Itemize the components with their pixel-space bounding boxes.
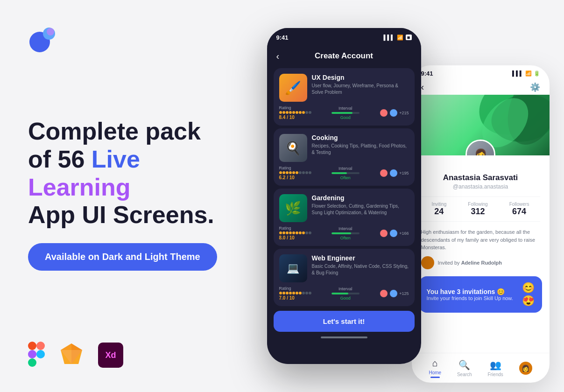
svg-rect-6 bbox=[28, 358, 36, 367]
search-label: Search bbox=[457, 372, 472, 377]
svg-rect-3 bbox=[28, 342, 36, 350]
phones-container: 9:41 ▌▌▌ 📶 ■ ‹ Create Account 🖌️ bbox=[252, 0, 564, 392]
rating-label-cooking: Rating bbox=[279, 166, 311, 170]
tool-logos: Xd bbox=[28, 342, 224, 369]
ux-thumbnail: 🖌️ bbox=[279, 74, 307, 102]
bottom-nav: ⌂ Home 🔍 Search 👥 Friends 👩 bbox=[412, 353, 550, 383]
stat-inviting: Inviting 24 bbox=[432, 202, 447, 217]
profile-info: Anastasia Sarasvati @anastasia.anastasia bbox=[412, 173, 550, 190]
nav-home[interactable]: ⌂ Home bbox=[429, 358, 441, 378]
interval-label-web: Interval bbox=[338, 287, 352, 291]
rating-value-ux: 8.4 / 10 bbox=[279, 115, 311, 120]
gardening-course-name: Gardening bbox=[312, 194, 409, 202]
dark-status-icons: ▌▌▌ 📶 ■ bbox=[383, 35, 411, 41]
light-status-time: 9:41 bbox=[421, 70, 433, 77]
inviter-avatar bbox=[421, 256, 434, 269]
left-panel: Complete pack of 56 Live Learning App UI… bbox=[0, 0, 252, 392]
invitation-bubble[interactable]: You have 3 invitations 😊 Invite your fri… bbox=[419, 276, 542, 313]
cooking-course-name: Cooking bbox=[312, 134, 409, 141]
ux-course-desc: User flow, Journey, Wireframe, Persona &… bbox=[312, 83, 409, 96]
dark-phone-wrap: 9:41 ▌▌▌ 📶 ■ ‹ Create Account 🖌️ bbox=[267, 0, 421, 364]
nav-avatar[interactable]: 👩 bbox=[519, 362, 532, 375]
invite-emoji-1: 😊 bbox=[522, 282, 535, 294]
stat-followers: Followers 674 bbox=[509, 202, 529, 217]
interval-label-cooking: Interval bbox=[338, 166, 352, 171]
stat-following: Following 312 bbox=[468, 202, 487, 217]
stars-cooking bbox=[279, 171, 311, 174]
headline-part3: App UI Screens. bbox=[28, 201, 214, 228]
invite-subtitle: Invite your friends to join Skill Up now… bbox=[427, 295, 513, 301]
avatars-gardening: +166 bbox=[380, 229, 409, 238]
invite-emojis: 😊 😍 bbox=[522, 282, 535, 307]
dark-phone: 9:41 ▌▌▌ 📶 ■ ‹ Create Account 🖌️ bbox=[267, 28, 421, 364]
svg-point-7 bbox=[36, 350, 45, 358]
invite-emoji-2: 😍 bbox=[522, 295, 535, 307]
inviting-label: Inviting bbox=[432, 202, 447, 207]
following-label: Following bbox=[468, 202, 487, 207]
battery-icon: ■ bbox=[406, 35, 412, 40]
light-phone-wrap: 9:41 ▌▌▌ 📶 🔋 ‹ ⚙️ bbox=[412, 28, 550, 383]
hero-text: Complete pack of 56 Live Learning App UI… bbox=[28, 118, 224, 271]
light-settings-icon[interactable]: ⚙️ bbox=[530, 82, 540, 92]
interval-bar-ux bbox=[331, 112, 360, 114]
course-card-cooking[interactable]: 🍳 Cooking Recipes, Cooking Tips, Plattin… bbox=[274, 128, 415, 186]
home-indicator-dark bbox=[321, 336, 367, 338]
search-icon: 🔍 bbox=[458, 359, 470, 371]
friends-icon: 👥 bbox=[490, 359, 501, 371]
mini-avatar-2 bbox=[389, 109, 398, 117]
count-gardening: +166 bbox=[399, 231, 409, 236]
interval-label-gardening: Interval bbox=[338, 226, 352, 231]
light-phone: 9:41 ▌▌▌ 📶 🔋 ‹ ⚙️ bbox=[412, 65, 550, 383]
lets-start-label: Let's start it! bbox=[323, 317, 365, 325]
stars-gardening bbox=[279, 231, 311, 234]
headline-part2: of 56 bbox=[28, 146, 92, 173]
interval-bar-cooking bbox=[331, 172, 360, 174]
course-card-web[interactable]: 💻 Web Engineer Basic Code, Affinity, Nat… bbox=[274, 249, 415, 306]
interval-status-web: Good bbox=[340, 296, 351, 301]
home-label: Home bbox=[429, 370, 441, 375]
wifi-icon: 📶 bbox=[397, 35, 403, 41]
lets-start-button[interactable]: Let's start it! bbox=[274, 311, 415, 332]
headline-blue: Live bbox=[92, 146, 140, 173]
home-icon: ⌂ bbox=[432, 358, 438, 369]
mini-avatar-g1 bbox=[380, 229, 388, 238]
sketch-logo bbox=[59, 342, 84, 369]
count-web: +125 bbox=[399, 291, 409, 296]
headline-part1: Complete pack bbox=[28, 118, 201, 145]
stars-ux bbox=[279, 111, 311, 114]
svg-rect-4 bbox=[36, 342, 45, 350]
rating-value-cooking: 6.2 / 10 bbox=[279, 175, 311, 180]
avatars-ux: +215 bbox=[380, 109, 409, 117]
home-active-bar bbox=[430, 377, 440, 378]
course-card-gardening[interactable]: 🌿 Gardening Flower Selection, Cutting, G… bbox=[274, 189, 415, 246]
back-button[interactable]: ‹ bbox=[276, 51, 280, 62]
interval-status-gardening: Often bbox=[340, 236, 351, 240]
user-avatar-nav: 👩 bbox=[519, 362, 532, 375]
light-back-button[interactable]: ‹ bbox=[421, 82, 424, 92]
rating-value-web: 7.0 / 10 bbox=[279, 295, 311, 301]
gardening-thumbnail: 🌿 bbox=[279, 194, 307, 222]
light-status-bar: 9:41 ▌▌▌ 📶 🔋 bbox=[412, 65, 550, 79]
inviting-value: 24 bbox=[432, 207, 447, 217]
light-status-icons: ▌▌▌ 📶 🔋 bbox=[512, 70, 540, 77]
mini-avatar-g2 bbox=[389, 229, 398, 238]
theme-cta-button[interactable]: Available on Dark and Light Theme bbox=[28, 243, 217, 271]
interval-status-ux: Good bbox=[340, 115, 351, 120]
app-logo bbox=[28, 23, 61, 56]
adobexd-logo: Xd bbox=[98, 343, 123, 368]
nav-search[interactable]: 🔍 Search bbox=[457, 359, 472, 377]
mini-avatar-c2 bbox=[389, 169, 398, 177]
logo-area bbox=[28, 23, 224, 56]
dark-phone-title: Create Account bbox=[315, 51, 373, 61]
nav-friends[interactable]: 👥 Friends bbox=[487, 359, 503, 377]
invited-prefix: Invited by bbox=[438, 260, 460, 266]
profile-handle: @anastasia.anastasia bbox=[421, 183, 540, 190]
course-card-ux[interactable]: 🖌️ UX Design User flow, Journey, Wirefra… bbox=[274, 68, 415, 126]
avatars-web: +125 bbox=[380, 289, 409, 298]
svg-rect-5 bbox=[28, 350, 36, 358]
headline-purple: Learning bbox=[28, 174, 131, 201]
profile-bio: High enthusiasm for the garden, because … bbox=[412, 228, 550, 252]
invite-title: You have 3 invitations 😊 bbox=[427, 288, 513, 295]
followers-label: Followers bbox=[509, 202, 529, 207]
interval-bar-web bbox=[331, 293, 360, 294]
